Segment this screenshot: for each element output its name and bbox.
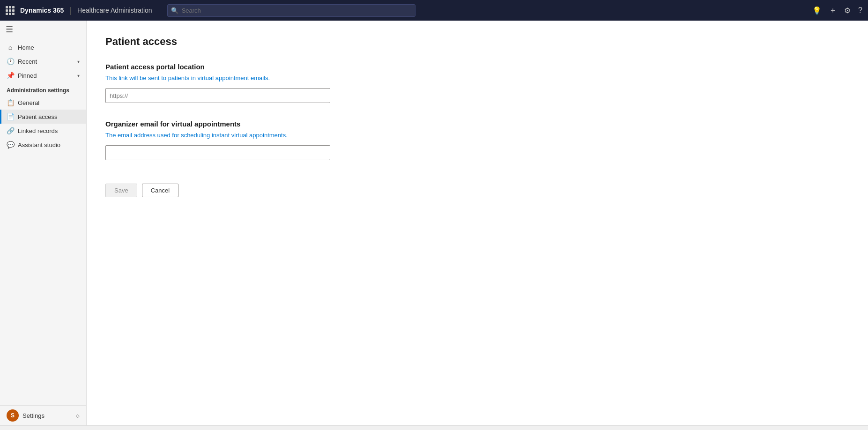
search-container: 🔍: [167, 4, 415, 17]
hamburger-icon[interactable]: ☰: [6, 25, 81, 34]
app-title: Dynamics 365: [20, 7, 64, 14]
topbar-actions: 💡 ＋ ⚙ ?: [812, 6, 862, 15]
portal-location-input[interactable]: [105, 88, 330, 103]
portal-location-section: Patient access portal location This link…: [105, 63, 849, 103]
sidebar-item-recent-label: Recent: [18, 58, 37, 65]
form-actions: Save Cancel: [105, 184, 849, 197]
sidebar-item-pinned-label: Pinned: [18, 72, 37, 79]
topbar: Dynamics 365 | Healthcare Administration…: [0, 0, 868, 21]
cancel-button[interactable]: Cancel: [142, 184, 178, 197]
sidebar-top: ☰: [0, 21, 86, 38]
organizer-email-description: The email address used for scheduling in…: [105, 132, 849, 139]
content-area: Patient access Patient access portal loc…: [87, 21, 868, 425]
patient-access-icon: 📄: [7, 113, 14, 120]
sidebar-item-general[interactable]: 📋 General: [0, 96, 86, 110]
save-button[interactable]: Save: [105, 184, 137, 197]
settings-icon[interactable]: ⚙: [844, 6, 851, 15]
sidebar-item-home-label: Home: [18, 44, 34, 51]
organizer-email-section: Organizer email for virtual appointments…: [105, 120, 849, 160]
sidebar-item-home[interactable]: ⌂ Home: [0, 40, 86, 54]
admin-section-title: Administration settings: [0, 82, 86, 96]
recent-icon: 🕐: [7, 58, 14, 65]
sidebar-item-linked-records-label: Linked records: [18, 127, 58, 134]
user-avatar: S: [7, 409, 19, 422]
chevron-down-icon: ▾: [77, 59, 80, 64]
app-context: Healthcare Administration: [77, 7, 152, 14]
sidebar-item-assistant-studio[interactable]: 💬 Assistant studio: [0, 138, 86, 152]
sidebar-item-patient-access-label: Patient access: [18, 113, 58, 120]
lightbulb-icon[interactable]: 💡: [812, 6, 822, 15]
add-icon[interactable]: ＋: [829, 6, 837, 15]
portal-location-description: This link will be sent to patients in vi…: [105, 74, 849, 82]
sidebar-nav: ⌂ Home 🕐 Recent ▾ 📌 Pinned ▾ Administrat…: [0, 38, 86, 405]
settings-chevron-icon: ◇: [76, 413, 80, 418]
general-icon: 📋: [7, 99, 14, 106]
sidebar-bottom[interactable]: S Settings ◇: [0, 405, 86, 425]
organizer-email-title: Organizer email for virtual appointments: [105, 120, 849, 128]
portal-location-title: Patient access portal location: [105, 63, 849, 71]
linked-records-icon: 🔗: [7, 127, 14, 134]
help-icon[interactable]: ?: [858, 6, 862, 15]
search-input[interactable]: [167, 4, 415, 17]
sidebar-user-label: Settings: [22, 412, 45, 419]
sidebar-item-pinned[interactable]: 📌 Pinned ▾: [0, 68, 86, 82]
sidebar-item-recent[interactable]: 🕐 Recent ▾: [0, 54, 86, 68]
home-icon: ⌂: [7, 44, 14, 51]
chevron-down-icon-2: ▾: [77, 73, 80, 78]
page-title: Patient access: [105, 36, 849, 48]
main-layout: ☰ ⌂ Home 🕐 Recent ▾ 📌 Pinned ▾ Administr…: [0, 21, 868, 425]
pinned-icon: 📌: [7, 72, 14, 79]
topbar-divider: |: [69, 6, 72, 15]
sidebar-item-assistant-studio-label: Assistant studio: [18, 141, 60, 148]
scrollbar-area[interactable]: [0, 425, 868, 430]
app-grid-icon[interactable]: [6, 6, 15, 15]
sidebar: ☰ ⌂ Home 🕐 Recent ▾ 📌 Pinned ▾ Administr…: [0, 21, 87, 425]
search-icon: 🔍: [171, 7, 178, 14]
sidebar-item-linked-records[interactable]: 🔗 Linked records: [0, 124, 86, 138]
organizer-email-input[interactable]: [105, 145, 330, 160]
sidebar-item-patient-access[interactable]: 📄 Patient access: [0, 110, 86, 124]
sidebar-item-general-label: General: [18, 99, 39, 106]
assistant-studio-icon: 💬: [7, 141, 14, 148]
